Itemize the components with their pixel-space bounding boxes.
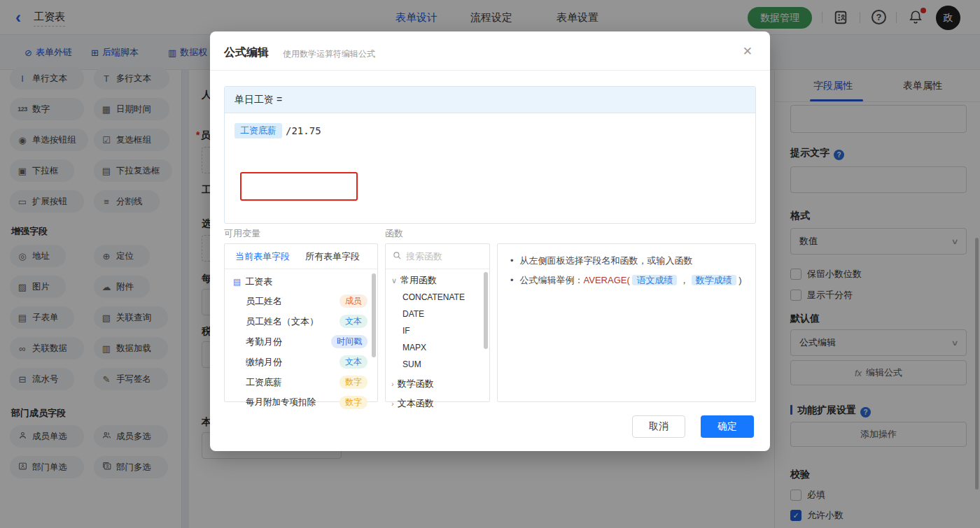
- example-field-chip: 数学成绩: [692, 275, 736, 285]
- function-item[interactable]: IF: [386, 322, 489, 339]
- function-group-text[interactable]: › 文本函数: [386, 392, 489, 412]
- variable-name: 考勤月份: [246, 336, 282, 348]
- example-close-paren: ): [738, 275, 741, 285]
- variable-row[interactable]: 每月附加专项扣除 数字: [225, 392, 377, 413]
- annotation-red-box: [240, 172, 358, 201]
- example-function: AVERAGE(: [584, 275, 630, 285]
- type-badge: 数字: [340, 396, 368, 409]
- function-item[interactable]: MAPX: [386, 339, 489, 356]
- chevron-right-icon: ›: [391, 380, 394, 388]
- type-badge: 数字: [340, 376, 368, 389]
- form-name: 工资表: [245, 276, 272, 288]
- modal-title: 公式编辑: [224, 45, 269, 60]
- form-tree-root[interactable]: ▤ 工资表: [225, 269, 377, 291]
- help-tip-1: • 从左侧面板选择字段名和函数，或输入函数: [498, 254, 755, 268]
- type-badge: 成员: [340, 294, 368, 308]
- variable-row[interactable]: 工资底薪 数字: [225, 372, 377, 392]
- variables-tabs: 当前表单字段 所有表单字段: [225, 244, 377, 269]
- cancel-button[interactable]: 取消: [632, 415, 685, 438]
- variable-row[interactable]: 考勤月份 时间戳: [225, 331, 377, 352]
- bullet-icon: •: [510, 273, 514, 287]
- bullet-icon: •: [510, 254, 514, 268]
- variable-row[interactable]: 员工姓名（文本） 文本: [225, 311, 377, 331]
- variable-name: 员工姓名: [246, 295, 282, 308]
- variable-row[interactable]: 员工姓名 成员: [225, 291, 377, 311]
- formula-expression: 工资底薪 /21.75: [234, 123, 321, 138]
- tab-current-form-fields[interactable]: 当前表单字段: [235, 250, 290, 263]
- group-label: 文本函数: [398, 397, 434, 410]
- divider: [210, 70, 770, 71]
- functions-label: 函数: [385, 227, 403, 240]
- formula-target-bar: 单日工资 =: [225, 87, 755, 113]
- scrollbar[interactable]: [484, 272, 488, 349]
- example-comma: ，: [680, 275, 689, 285]
- example-field-chip: 语文成绩: [632, 275, 677, 285]
- formula-target: 单日工资 =: [234, 94, 282, 106]
- tip-text: 从左侧面板选择字段名和函数，或输入函数: [520, 254, 693, 268]
- function-group-common[interactable]: ∨ 常用函数: [386, 269, 489, 289]
- modal-subtitle: 使用数学运算符编辑公式: [283, 48, 375, 60]
- formula-editor-modal: 公式编辑 使用数学运算符编辑公式 ✕ 单日工资 = 工资底薪 /21.75 可用…: [210, 31, 770, 451]
- chevron-right-icon: ›: [391, 399, 394, 408]
- function-search[interactable]: [386, 244, 489, 269]
- variable-name: 员工姓名（文本）: [246, 315, 318, 328]
- formula-editor-box[interactable]: 单日工资 = 工资底薪 /21.75: [224, 86, 756, 224]
- variables-panel: 当前表单字段 所有表单字段 ▤ 工资表 员工姓名 成员 员工姓名（文本） 文本 …: [224, 243, 378, 402]
- scrollbar[interactable]: [372, 273, 376, 357]
- type-badge: 时间戳: [331, 335, 368, 348]
- type-badge: 文本: [340, 355, 368, 369]
- search-icon: [393, 250, 402, 263]
- variable-name: 每月附加专项扣除: [246, 397, 316, 408]
- function-item[interactable]: DATE: [386, 306, 489, 322]
- functions-panel: ∨ 常用函数 CONCATENATE DATE IF MAPX SUM › 数学…: [385, 243, 490, 402]
- function-item[interactable]: CONCATENATE: [386, 289, 489, 306]
- formula-help-panel: • 从左侧面板选择字段名和函数，或输入函数 • 公式编辑举例：AVERAGE( …: [497, 243, 756, 402]
- tip-text: 公式编辑举例：AVERAGE( 语文成绩 ， 数学成绩 ): [520, 273, 742, 287]
- variable-name: 缴纳月份: [246, 356, 282, 369]
- tab-all-form-fields[interactable]: 所有表单字段: [305, 250, 360, 263]
- help-tip-2: • 公式编辑举例：AVERAGE( 语文成绩 ， 数学成绩 ): [498, 273, 755, 287]
- variables-label: 可用变量: [224, 227, 260, 240]
- variable-row[interactable]: 缴纳月份 文本: [225, 352, 377, 372]
- example-prefix: 公式编辑举例：: [520, 275, 584, 285]
- function-item[interactable]: SUM: [386, 356, 489, 373]
- group-label: 常用函数: [400, 274, 437, 287]
- form-doc-icon: ▤: [233, 277, 241, 287]
- formula-operator-value: /21.75: [286, 125, 321, 136]
- variable-name: 工资底薪: [246, 376, 282, 389]
- confirm-button[interactable]: 确定: [701, 415, 754, 438]
- type-badge: 文本: [340, 315, 368, 328]
- group-label: 数学函数: [398, 378, 434, 390]
- chevron-down-icon: ∨: [391, 276, 397, 285]
- field-chip[interactable]: 工资底薪: [234, 123, 282, 138]
- close-icon[interactable]: ✕: [743, 44, 752, 59]
- function-search-input[interactable]: [406, 251, 476, 262]
- function-group-math[interactable]: › 数学函数: [386, 373, 489, 392]
